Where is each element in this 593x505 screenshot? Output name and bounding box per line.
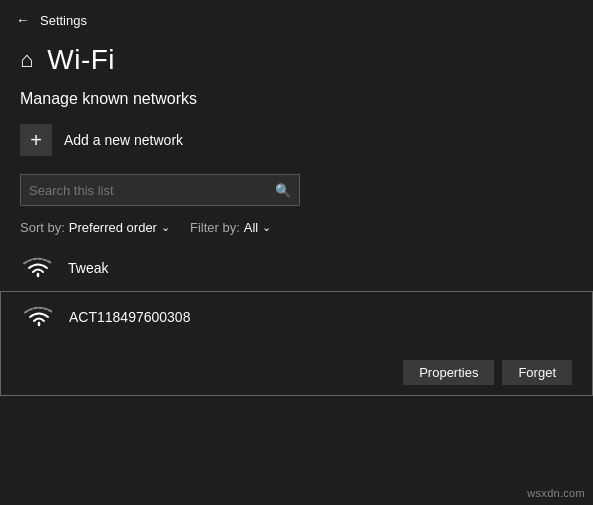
network-item-act-top: ACT118497600308 bbox=[21, 302, 572, 340]
network-list: Tweak ACT118497600308 Properties Forget bbox=[0, 245, 593, 505]
sort-label: Sort by: bbox=[20, 220, 65, 235]
page-header: ⌂ Wi-Fi bbox=[0, 36, 593, 80]
title-bar-label: Settings bbox=[40, 13, 87, 28]
sort-chevron-icon[interactable]: ⌄ bbox=[161, 221, 170, 234]
filter-chevron-icon[interactable]: ⌄ bbox=[262, 221, 271, 234]
settings-window: ← Settings ⌂ Wi-Fi Manage known networks… bbox=[0, 0, 593, 505]
wifi-icon-act bbox=[21, 302, 57, 332]
add-network-label: Add a new network bbox=[64, 132, 183, 148]
page-title: Wi-Fi bbox=[47, 44, 115, 76]
watermark: wsxdn.com bbox=[527, 487, 585, 499]
sort-value[interactable]: Preferred order bbox=[69, 220, 157, 235]
network-item-act[interactable]: ACT118497600308 Properties Forget bbox=[0, 291, 593, 396]
sort-filter-row: Sort by: Preferred order ⌄ Filter by: Al… bbox=[0, 218, 593, 245]
back-button[interactable]: ← bbox=[16, 12, 30, 28]
home-icon: ⌂ bbox=[20, 47, 33, 73]
network-item-act-actions: Properties Forget bbox=[21, 352, 572, 395]
title-bar: ← Settings bbox=[0, 0, 593, 36]
properties-button[interactable]: Properties bbox=[403, 360, 494, 385]
network-name-act: ACT118497600308 bbox=[69, 309, 190, 325]
search-input[interactable] bbox=[29, 183, 269, 198]
network-name-tweak: Tweak bbox=[68, 260, 108, 276]
filter-label: Filter by: bbox=[190, 220, 240, 235]
wifi-icon-tweak bbox=[20, 253, 56, 283]
search-icon: 🔍 bbox=[275, 183, 291, 198]
add-network-row[interactable]: + Add a new network bbox=[0, 120, 593, 170]
filter-value[interactable]: All bbox=[244, 220, 258, 235]
search-row: 🔍 bbox=[0, 170, 593, 218]
section-title: Manage known networks bbox=[0, 80, 593, 120]
network-item-tweak[interactable]: Tweak bbox=[0, 245, 593, 291]
forget-button[interactable]: Forget bbox=[502, 360, 572, 385]
search-box[interactable]: 🔍 bbox=[20, 174, 300, 206]
add-network-button[interactable]: + bbox=[20, 124, 52, 156]
